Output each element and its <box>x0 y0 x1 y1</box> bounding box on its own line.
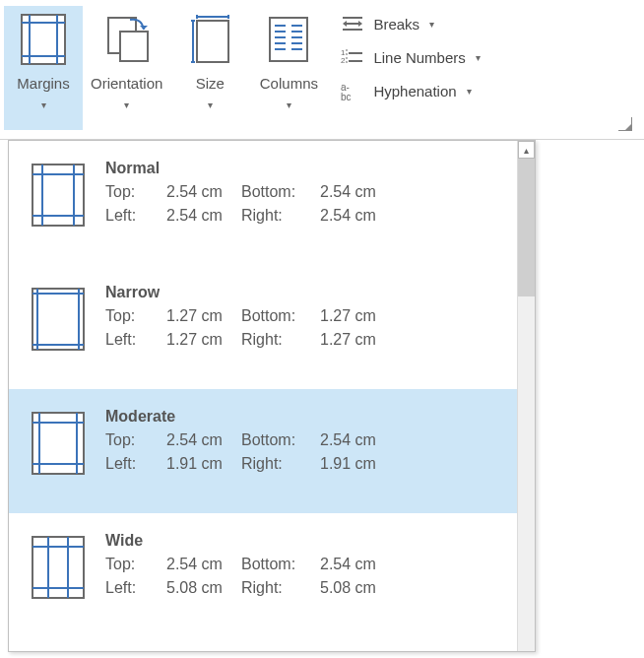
svg-text:2: 2 <box>341 56 346 65</box>
scrollbar[interactable]: ▴ <box>517 141 535 651</box>
dropdown-arrow-icon: ▾ <box>476 52 481 63</box>
left-value: 1.27 cm <box>166 328 241 352</box>
dialog-launcher-icon[interactable] <box>618 117 632 131</box>
left-value: 2.54 cm <box>166 204 241 228</box>
margin-preset-title: Narrow <box>105 281 395 304</box>
margins-gallery-list: Normal Top: 2.54 cm Bottom: 2.54 cm Left… <box>9 141 517 651</box>
line-numbers-button[interactable]: 1 2 Line Numbers ▾ <box>336 45 483 69</box>
margin-preset-icon <box>31 281 86 352</box>
left-label: Left: <box>105 204 166 228</box>
line-numbers-label: Line Numbers <box>373 49 465 66</box>
svg-marker-7 <box>140 26 148 30</box>
bottom-label: Bottom: <box>241 553 320 576</box>
bottom-label: Bottom: <box>241 180 320 204</box>
left-value: 1.91 cm <box>166 452 241 476</box>
top-value: 2.54 cm <box>166 428 241 452</box>
scroll-thumb[interactable] <box>518 159 535 296</box>
columns-button[interactable]: Columns ▾ <box>249 6 328 130</box>
breaks-icon <box>340 14 365 33</box>
margin-preset-title: Moderate <box>105 405 395 428</box>
margin-preset-normal[interactable]: Normal Top: 2.54 cm Bottom: 2.54 cm Left… <box>9 141 517 265</box>
size-icon <box>187 12 232 67</box>
orientation-icon <box>102 12 152 67</box>
svg-marker-30 <box>358 21 362 27</box>
columns-label: Columns <box>260 75 318 92</box>
svg-rect-43 <box>32 289 84 350</box>
top-label: Top: <box>105 304 166 328</box>
margin-preset-info: Normal Top: 2.54 cm Bottom: 2.54 cm Left… <box>105 157 395 228</box>
margins-label: Margins <box>17 75 69 92</box>
margin-preset-title: Normal <box>105 157 395 180</box>
right-value: 5.08 cm <box>320 576 395 600</box>
line-numbers-icon: 1 2 <box>340 47 365 67</box>
margin-preset-icon <box>31 405 86 476</box>
margin-preset-info: Narrow Top: 1.27 cm Bottom: 1.27 cm Left… <box>105 281 395 352</box>
right-label: Right: <box>241 204 320 228</box>
size-label: Size <box>196 75 225 92</box>
top-label: Top: <box>105 553 166 576</box>
dropdown-arrow-icon: ▾ <box>124 99 129 110</box>
orientation-label: Orientation <box>91 75 162 92</box>
breaks-button[interactable]: Breaks ▾ <box>336 12 483 35</box>
hyphenation-button[interactable]: a- bc Hyphenation ▾ <box>336 79 483 102</box>
margins-button[interactable]: Margins ▾ <box>4 6 83 130</box>
columns-icon <box>266 12 311 67</box>
dropdown-arrow-icon: ▾ <box>467 86 472 97</box>
margin-preset-title: Wide <box>105 529 395 553</box>
bottom-value: 2.54 cm <box>320 180 395 204</box>
breaks-group: Breaks ▾ 1 2 Line Numbers ▾ a- bc <box>328 6 487 102</box>
top-value: 2.54 cm <box>166 553 241 576</box>
margin-preset-moderate[interactable]: Moderate Top: 2.54 cm Bottom: 2.54 cm Le… <box>9 389 517 513</box>
right-label: Right: <box>241 576 320 600</box>
dropdown-arrow-icon: ▾ <box>429 19 434 30</box>
top-label: Top: <box>105 180 166 204</box>
breaks-label: Breaks <box>373 16 419 33</box>
top-label: Top: <box>105 428 166 452</box>
margin-preset-narrow[interactable]: Narrow Top: 1.27 cm Bottom: 1.27 cm Left… <box>9 265 517 389</box>
top-value: 2.54 cm <box>166 180 241 204</box>
right-label: Right: <box>241 328 320 352</box>
ribbon-page-setup-group: Margins ▾ Orientation ▾ <box>0 0 644 140</box>
bottom-value: 1.27 cm <box>320 304 395 328</box>
size-button[interactable]: Size ▾ <box>170 6 249 130</box>
left-label: Left: <box>105 576 166 600</box>
right-value: 2.54 cm <box>320 204 395 228</box>
orientation-button[interactable]: Orientation ▾ <box>83 6 170 130</box>
hyphenation-icon: a- bc <box>340 81 365 100</box>
svg-rect-6 <box>120 32 148 61</box>
svg-rect-15 <box>270 18 307 61</box>
margin-preset-wide[interactable]: Wide Top: 2.54 cm Bottom: 2.54 cm Left: … <box>9 513 517 637</box>
right-value: 1.27 cm <box>320 328 395 352</box>
left-value: 5.08 cm <box>166 576 241 600</box>
bottom-value: 2.54 cm <box>320 428 395 452</box>
left-label: Left: <box>105 328 166 352</box>
margins-gallery: Normal Top: 2.54 cm Bottom: 2.54 cm Left… <box>8 140 536 652</box>
margin-preset-icon <box>31 157 86 228</box>
margin-preset-info: Wide Top: 2.54 cm Bottom: 2.54 cm Left: … <box>105 529 395 600</box>
hyphenation-label: Hyphenation <box>373 83 456 99</box>
margin-preset-icon <box>31 529 86 600</box>
bottom-value: 2.54 cm <box>320 553 395 576</box>
right-label: Right: <box>241 452 320 476</box>
svg-marker-28 <box>343 21 347 27</box>
dropdown-arrow-icon: ▾ <box>287 99 291 110</box>
left-label: Left: <box>105 452 166 476</box>
scroll-up-button[interactable]: ▴ <box>518 141 535 159</box>
margins-icon <box>20 12 67 67</box>
margin-preset-info: Moderate Top: 2.54 cm Bottom: 2.54 cm Le… <box>105 405 395 476</box>
dropdown-arrow-icon: ▾ <box>41 99 46 110</box>
dropdown-arrow-icon: ▾ <box>208 99 213 110</box>
top-value: 1.27 cm <box>166 304 241 328</box>
svg-rect-8 <box>197 21 228 62</box>
svg-text:bc: bc <box>341 92 352 100</box>
bottom-label: Bottom: <box>241 304 320 328</box>
bottom-label: Bottom: <box>241 428 320 452</box>
right-value: 1.91 cm <box>320 452 395 476</box>
